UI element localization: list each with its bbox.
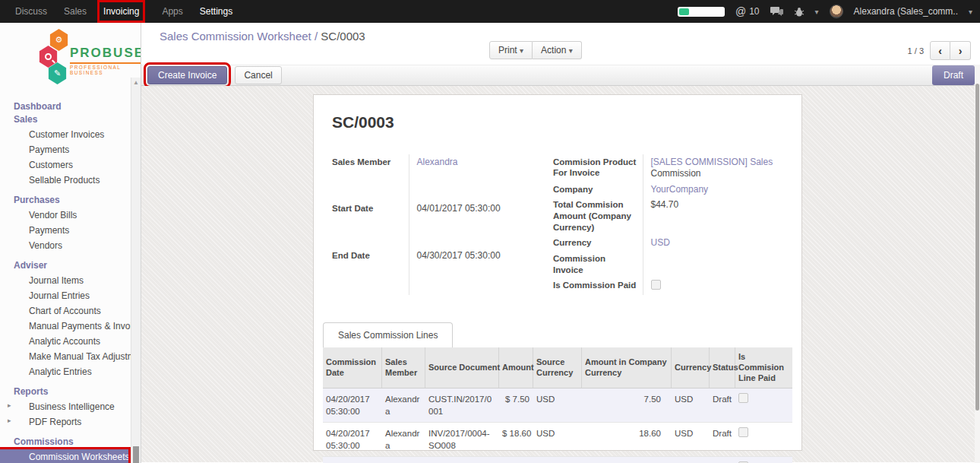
menu-discuss[interactable]: Discuss bbox=[15, 6, 47, 17]
caret-down-icon: ▾ bbox=[569, 46, 573, 55]
user-menu[interactable]: Alexandra (Sales_comm.. bbox=[854, 6, 958, 17]
sidebar-heading-sales[interactable]: Sales bbox=[0, 114, 141, 127]
is-commission-paid-checkbox[interactable] bbox=[651, 280, 661, 290]
sidebar-item-analytic-entries[interactable]: Analytic Entries bbox=[0, 364, 141, 379]
debug-caret-icon[interactable]: ▾ bbox=[815, 8, 819, 16]
sidebar-item-chart-of-accounts[interactable]: Chart of Accounts bbox=[0, 303, 141, 319]
print-dropdown-button[interactable]: Print ▾ bbox=[489, 41, 533, 59]
field-label-company: Company bbox=[553, 182, 643, 198]
col-header-is-paid[interactable]: Is Commision Line Paid bbox=[735, 347, 792, 388]
scroll-up-arrow-icon[interactable]: ▲ bbox=[131, 78, 141, 86]
col-header-status[interactable]: Status bbox=[710, 347, 735, 388]
sidebar-heading-reports[interactable]: Reports bbox=[0, 384, 141, 399]
cancel-button[interactable]: Cancel bbox=[235, 66, 281, 84]
col-header-source-document[interactable]: Source Document bbox=[425, 347, 499, 388]
form-content-area: SC/0003 Sales Member Alexandra Start Dat… bbox=[141, 86, 975, 462]
menu-apps[interactable]: Apps bbox=[162, 6, 182, 17]
sidebar-heading-adviser[interactable]: Adviser bbox=[0, 258, 141, 273]
field-label-currency: Currency bbox=[553, 236, 643, 252]
sidebar-item-payments[interactable]: Payments bbox=[0, 142, 141, 157]
menu-settings[interactable]: Settings bbox=[200, 6, 232, 17]
col-header-currency[interactable]: Currency bbox=[672, 347, 710, 388]
main-area: Sales Commission Worksheet / SC/0003 Pri… bbox=[141, 23, 980, 463]
sidebar-heading-commissions[interactable]: Commissions bbox=[0, 434, 141, 449]
table-header-row: Commission Date Sales Member Source Docu… bbox=[323, 347, 792, 388]
pager-previous-button[interactable]: ‹ bbox=[930, 41, 950, 60]
notebook: Sales Commission Lines Commission Date S… bbox=[323, 322, 792, 463]
sidebar-scrollbar[interactable]: ▲ bbox=[131, 78, 141, 463]
menu-sales[interactable]: Sales bbox=[64, 6, 87, 17]
sidebar-item-sellable-products[interactable]: Sellable Products bbox=[0, 173, 141, 188]
breadcrumb-current: SC/0003 bbox=[321, 30, 365, 43]
gear-hexagon-icon: ⚙ bbox=[49, 29, 69, 51]
messages-icon[interactable] bbox=[770, 6, 783, 17]
field-value-commission-invoice bbox=[643, 251, 791, 277]
col-header-sales-member[interactable]: Sales Member bbox=[382, 347, 425, 388]
user-avatar[interactable] bbox=[830, 5, 843, 18]
sidebar-item-pdf-reports[interactable]: ▸PDF Reports bbox=[0, 414, 141, 430]
table-row[interactable]: 04/20/2017 10:35:53 Alexandra SO008 $ 18… bbox=[323, 457, 792, 463]
field-group-right: Commision Product For Invoice [SALES COM… bbox=[553, 154, 791, 295]
tab-sales-commission-lines[interactable]: Sales Commission Lines bbox=[323, 322, 453, 347]
create-invoice-button[interactable]: Create Invoice bbox=[147, 66, 227, 84]
sidebar-item-journal-items[interactable]: Journal Items bbox=[0, 273, 141, 288]
col-header-source-currency[interactable]: Source Currency bbox=[533, 347, 582, 388]
main-scrollbar[interactable] bbox=[975, 65, 980, 463]
field-label-sales-member: Sales Member bbox=[332, 154, 409, 201]
user-caret-icon[interactable]: ▾ bbox=[969, 8, 972, 16]
action-dropdown-button[interactable]: Action ▾ bbox=[533, 41, 582, 59]
cell-member: Alexandra bbox=[382, 423, 425, 456]
debug-bug-icon[interactable] bbox=[794, 6, 805, 17]
cell-amount: $ 7.50 bbox=[499, 388, 533, 422]
field-group-left: Sales Member Alexandra Start Date 04/01/… bbox=[332, 154, 550, 295]
line-paid-checkbox[interactable] bbox=[738, 427, 748, 437]
sidebar-item-vendors[interactable]: Vendors bbox=[0, 238, 141, 253]
sidebar-item-payments-purchase[interactable]: Payments bbox=[0, 223, 141, 238]
cell-doc: INV/2017/0004-SO008 bbox=[425, 423, 499, 456]
commission-product-link[interactable]: [SALES COMMISSION] Sales bbox=[651, 157, 773, 167]
sidebar-item-vendor-bills[interactable]: Vendor Bills bbox=[0, 208, 141, 223]
probuse-logo: ⚙ ✎ PROBUSE PROFESSIONAL BUSINESS bbox=[0, 29, 141, 88]
field-label-total-commission: Total Commision Amount (Company Currency… bbox=[553, 198, 643, 236]
col-header-amount[interactable]: Amount bbox=[499, 347, 533, 388]
col-header-commission-date[interactable]: Commission Date bbox=[323, 347, 382, 388]
sidebar-item-tax-adjustments[interactable]: Make Manual Tax Adjustme... bbox=[0, 349, 141, 364]
breadcrumb-separator: / bbox=[315, 30, 318, 43]
field-value-currency[interactable]: USD bbox=[651, 237, 670, 248]
status-badge-draft[interactable]: Draft bbox=[932, 65, 975, 85]
form-sheet: SC/0003 Sales Member Alexandra Start Dat… bbox=[313, 94, 802, 451]
line-paid-checkbox[interactable] bbox=[738, 393, 748, 403]
record-pager: 1 / 3 ‹ › bbox=[908, 41, 971, 60]
sidebar-item-customers[interactable]: Customers bbox=[0, 157, 141, 173]
sidebar-item-analytic-accounts[interactable]: Analytic Accounts bbox=[0, 334, 141, 349]
cell-doc: CUST.IN/2017/0001 bbox=[425, 388, 499, 422]
table-row[interactable]: 04/20/2017 05:30:00 Alexandra CUST.IN/20… bbox=[323, 388, 792, 423]
sidebar-item-business-intelligence[interactable]: ▸Business Intelligence bbox=[0, 399, 141, 414]
cell-status: Draft bbox=[710, 388, 735, 422]
field-label-commission-product: Commision Product For Invoice bbox=[553, 154, 643, 182]
sidebar-scrollbar-thumb[interactable] bbox=[133, 446, 139, 463]
at-icon: @ bbox=[735, 5, 746, 17]
sidebar-item-commission-worksheets[interactable]: Commission Worksheets bbox=[0, 449, 128, 463]
pager-count: 1 / 3 bbox=[908, 46, 924, 55]
timer-progress-segment bbox=[679, 8, 689, 15]
col-header-amount-company[interactable]: Amount in Company Currency bbox=[582, 347, 672, 388]
activities-counter[interactable]: @ 10 bbox=[735, 5, 760, 17]
field-value-commission-product: [SALES COMMISSION] SalesCommission bbox=[643, 154, 791, 182]
sidebar-item-journal-entries[interactable]: Journal Entries bbox=[0, 288, 141, 303]
cell-amount-company: 7.50 bbox=[582, 388, 672, 422]
breadcrumb-parent[interactable]: Sales Commission Worksheet bbox=[160, 30, 311, 43]
table-row[interactable]: 04/20/2017 05:30:00 Alexandra INV/2017/0… bbox=[323, 423, 792, 457]
timer-pill-icon[interactable] bbox=[678, 7, 725, 17]
pager-next-button[interactable]: › bbox=[950, 41, 971, 60]
sidebar-item-customer-invoices[interactable]: Customer Invoices bbox=[0, 127, 141, 142]
field-value-end-date: 04/30/2017 05:30:00 bbox=[409, 248, 550, 295]
field-value-sales-member[interactable]: Alexandra bbox=[417, 157, 458, 167]
cell-doc: SO008 bbox=[425, 457, 499, 463]
sidebar-heading-dashboard[interactable]: Dashboard bbox=[0, 99, 141, 114]
sidebar-item-manual-payments[interactable]: Manual Payments & Invoice... bbox=[0, 319, 141, 334]
menu-invoicing[interactable]: Invoicing bbox=[103, 6, 139, 17]
sidebar-heading-purchases[interactable]: Purchases bbox=[0, 192, 141, 208]
main-scrollbar-thumb[interactable] bbox=[975, 84, 979, 411]
field-value-company[interactable]: YourCompany bbox=[651, 184, 709, 195]
